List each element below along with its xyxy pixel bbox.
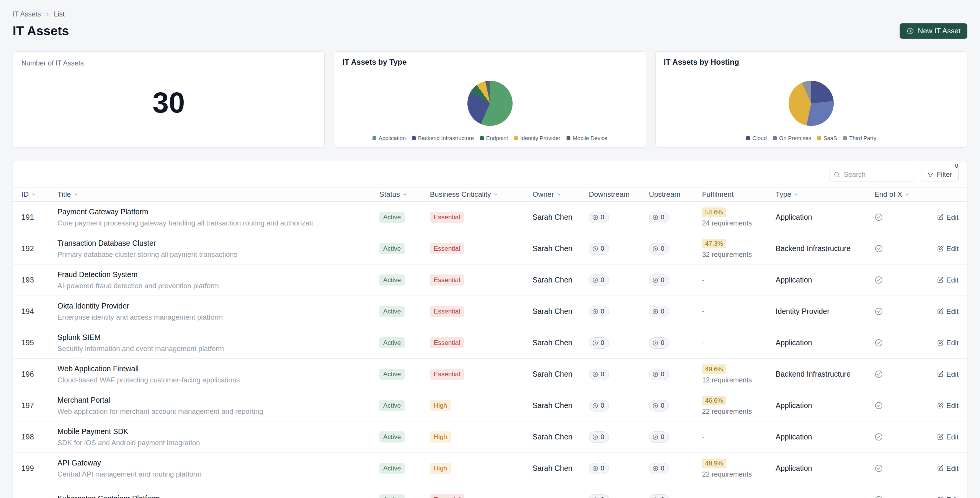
table-row[interactable]: 197 Merchant Portal Web application for … [13, 390, 967, 421]
edit-button[interactable]: Edit [937, 402, 959, 410]
downstream-count: 0 [601, 214, 604, 221]
table-row[interactable]: 199 API Gateway Central API management a… [13, 453, 967, 484]
table-row[interactable]: 191 Payment Gateway Platform Core paymen… [13, 202, 967, 233]
criticality-badge: Essential [430, 274, 464, 286]
edit-button[interactable]: Edit [937, 245, 959, 253]
column-header-type[interactable]: Type [776, 190, 874, 199]
search-box [830, 168, 915, 181]
table-row[interactable]: 194 Okta Identity Provider Enterprise id… [13, 296, 967, 327]
upstream-count-pill[interactable]: 0 [649, 274, 669, 286]
downstream-count-pill[interactable]: 0 [589, 243, 609, 255]
asset-title-link[interactable]: Fraud Detection System [57, 270, 368, 279]
edit-button[interactable]: Edit [937, 464, 959, 473]
downstream-count-pill[interactable]: 0 [589, 431, 609, 443]
check-circle-icon [874, 276, 883, 284]
column-header-business-criticality[interactable]: Business Criticality [430, 190, 532, 199]
owner: Sarah Chen [532, 213, 589, 222]
upstream-count-pill[interactable]: 0 [649, 243, 669, 255]
downstream-count: 0 [601, 402, 604, 410]
asset-title-link[interactable]: Kubernetes Container Platform [57, 494, 368, 498]
asset-title-link[interactable]: Web Application Firewall [57, 364, 368, 373]
upstream-count-pill[interactable]: 0 [649, 494, 669, 498]
asset-id: 196 [21, 370, 57, 379]
edit-button[interactable]: Edit [937, 433, 959, 441]
edit-button[interactable]: Edit [937, 213, 959, 222]
asset-title-link[interactable]: Mobile Payment SDK [57, 427, 368, 436]
table-row[interactable]: 198 Mobile Payment SDK SDK for iOS and A… [13, 421, 967, 453]
filter-button[interactable]: Filter [921, 168, 959, 181]
asset-title-link[interactable]: Payment Gateway Platform [57, 207, 368, 216]
check-circle-icon [874, 401, 883, 410]
asset-title-link[interactable]: Okta Identity Provider [57, 302, 368, 310]
breadcrumb-list[interactable]: List [54, 10, 65, 18]
page-title: IT Assets [13, 24, 69, 38]
edit-label: Edit [946, 339, 959, 347]
column-header-status[interactable]: Status [379, 190, 430, 199]
owner: Sarah Chen [532, 370, 589, 379]
circle-plus-icon [652, 214, 658, 220]
breadcrumb-it-assets[interactable]: IT Assets [13, 10, 41, 18]
downstream-count-pill[interactable]: 0 [589, 337, 609, 349]
column-label: Fulfilment [702, 190, 733, 199]
downstream-count-pill[interactable]: 0 [589, 369, 609, 380]
upstream-count-pill[interactable]: 0 [649, 212, 669, 223]
status-badge: Active [379, 369, 405, 380]
asset-id: 199 [21, 464, 57, 473]
column-label: Type [776, 190, 791, 199]
column-header-id[interactable]: ID [21, 190, 57, 199]
downstream-count-pill[interactable]: 0 [589, 463, 609, 474]
column-header-end-of-x[interactable]: End of X [874, 190, 928, 199]
legend-label: Backend Infrastructure [418, 135, 474, 141]
edit-button[interactable]: Edit [937, 370, 959, 379]
table-row[interactable]: 196 Web Application Firewall Cloud-based… [13, 359, 967, 390]
edit-button[interactable]: Edit [937, 276, 959, 284]
table-row[interactable]: 193 Fraud Detection System AI-powered fr… [13, 265, 967, 296]
owner: Sarah Chen [532, 307, 589, 316]
downstream-count-pill[interactable]: 0 [589, 306, 609, 317]
downstream-count-pill[interactable]: 0 [589, 400, 609, 411]
circle-plus-icon [592, 465, 598, 472]
upstream-count-pill[interactable]: 0 [649, 337, 669, 349]
upstream-count-pill[interactable]: 0 [649, 431, 669, 443]
assets-by-type-title: IT Assets by Type [334, 52, 645, 72]
asset-title-link[interactable]: Splunk SIEM [57, 333, 368, 342]
assets-by-type-pie [467, 81, 513, 126]
column-header-owner[interactable]: Owner [532, 190, 589, 199]
edit-button[interactable]: Edit [937, 339, 959, 347]
edit-label: Edit [946, 307, 959, 316]
circle-plus-icon [652, 340, 658, 346]
edit-button[interactable]: Edit [937, 307, 959, 316]
downstream-count-pill[interactable]: 0 [589, 212, 609, 223]
owner: Sarah Chen [532, 433, 589, 441]
edit-label: Edit [946, 464, 959, 473]
legend-label: Mobile Device [573, 135, 608, 141]
upstream-count-pill[interactable]: 0 [649, 400, 669, 411]
asset-title-link[interactable]: Merchant Portal [57, 396, 368, 405]
criticality-badge: Essential [430, 212, 464, 223]
table-row[interactable]: 192 Transaction Database Cluster Primary… [13, 233, 967, 265]
number-of-it-assets-card: Number of IT Assets 30 [13, 51, 325, 148]
asset-title-link[interactable]: API Gateway [57, 459, 368, 467]
upstream-count: 0 [661, 245, 664, 253]
breadcrumb: IT Assets List [13, 10, 967, 18]
status-badge: Active [379, 400, 405, 411]
downstream-count-pill[interactable]: 0 [589, 274, 609, 286]
asset-title-link[interactable]: Transaction Database Cluster [57, 239, 368, 248]
asset-description: Enterprise identity and access managemen… [57, 313, 368, 322]
assets-by-hosting-title: IT Assets by Hosting [656, 52, 967, 72]
downstream-count-pill[interactable]: 0 [589, 494, 609, 498]
upstream-count-pill[interactable]: 0 [649, 306, 669, 317]
column-header-title[interactable]: Title [57, 190, 379, 199]
fulfilment-empty: - [702, 433, 705, 441]
new-it-asset-button[interactable]: New IT Asset [900, 23, 967, 39]
upstream-count-pill[interactable]: 0 [649, 369, 669, 380]
search-input[interactable] [830, 168, 915, 181]
table-row[interactable]: 195 Splunk SIEM Security information and… [13, 327, 967, 359]
upstream-count-pill[interactable]: 0 [649, 463, 669, 474]
circle-plus-icon [652, 434, 658, 440]
fulfilment-requirements: 32 requirements [702, 251, 752, 259]
criticality-badge: High [430, 400, 451, 411]
table-row[interactable]: Kubernetes Container Platform Active Ess… [13, 484, 967, 498]
edit-button[interactable]: Edit [937, 496, 959, 498]
criticality-badge: Essential [430, 337, 464, 349]
